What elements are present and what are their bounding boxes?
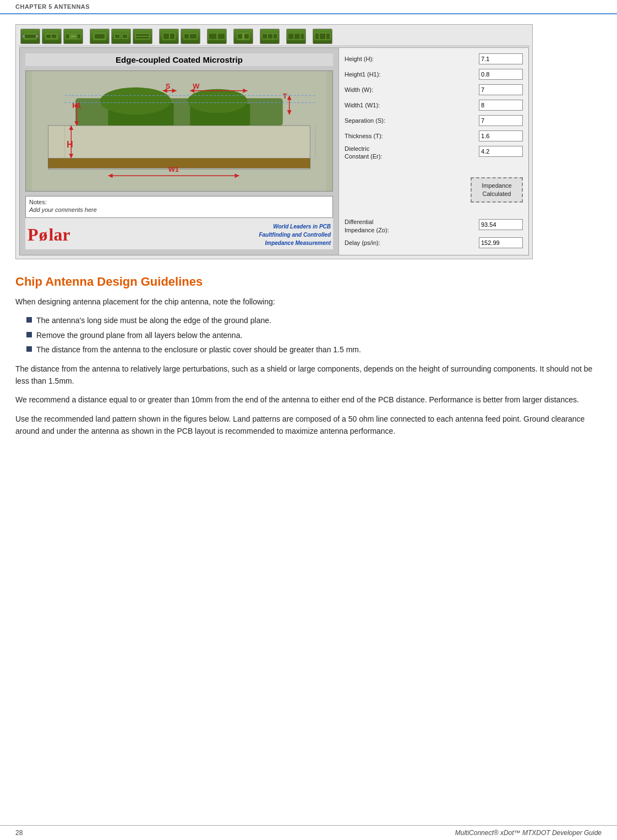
bullet-text-1: The antenna's long side must be along th…	[36, 314, 271, 326]
param-spacer-2	[345, 207, 523, 217]
toolbar-sep-3	[202, 29, 205, 44]
toolbar-sep-2	[154, 29, 157, 44]
chapter-title: CHAPTER 5 ANTENNAS	[15, 3, 90, 10]
toolbar-icon-13[interactable]	[313, 29, 332, 44]
bullet-icon-1	[26, 317, 32, 323]
param-row-impedance-zo: DifferentialImpedance (Zo):	[345, 218, 523, 234]
toolbar-icon-9[interactable]	[207, 29, 227, 44]
svg-point-52	[187, 89, 247, 113]
svg-rect-1	[25, 35, 36, 38]
svg-rect-35	[268, 34, 272, 39]
footer-title: MultiConnect® xDot™ MTXDOT Developer Gui…	[455, 829, 602, 837]
svg-rect-42	[315, 34, 330, 39]
param-label-separation: Separation (S):	[345, 117, 479, 124]
calc-params: Height (H): Height1 (H1): Width (W): Wid…	[339, 48, 528, 255]
toolbar-icon-1[interactable]	[20, 29, 40, 44]
para-1: The distance from the antenna to relativ…	[15, 363, 602, 388]
bullet-icon-2	[26, 332, 32, 337]
bullet-icon-3	[26, 346, 32, 352]
param-label-height1: Height1 (H1):	[345, 71, 479, 78]
param-row-height: Height (H):	[345, 52, 523, 66]
toolbar-icon-12[interactable]	[286, 29, 306, 44]
toolbar-sep-5	[255, 29, 258, 44]
svg-text:W1: W1	[168, 165, 179, 173]
param-input-impedance-zo[interactable]	[479, 219, 523, 230]
param-input-height1[interactable]	[479, 69, 523, 80]
param-input-separation[interactable]	[479, 115, 523, 126]
param-label-width1: Width1 (W1):	[345, 102, 479, 108]
toolbar-icon-7[interactable]	[159, 29, 179, 44]
param-input-thickness[interactable]	[479, 130, 523, 141]
svg-rect-15	[115, 35, 119, 38]
param-input-dielectric[interactable]	[479, 146, 523, 157]
chapter-header: CHAPTER 5 ANTENNAS	[0, 0, 617, 14]
toolbar-sep-1	[85, 29, 88, 44]
svg-rect-34	[263, 34, 267, 39]
svg-rect-39	[294, 34, 299, 39]
diagram-title: Edge-coupled Coated Microstrip	[25, 53, 333, 66]
svg-rect-27	[209, 34, 216, 39]
toolbar-icon-3[interactable]	[63, 29, 83, 44]
svg-rect-2	[23, 35, 25, 37]
section-heading: Chip Antenna Design Guidelines	[15, 275, 602, 289]
svg-rect-9	[71, 36, 75, 37]
para-3: Use the recommended land pattern shown i…	[15, 413, 602, 438]
toolbar-icon-8[interactable]	[181, 29, 200, 44]
svg-rect-40	[301, 34, 304, 39]
svg-rect-22	[170, 34, 174, 39]
bullet-item-3: The distance from the antenna to the enc…	[26, 343, 602, 356]
svg-rect-47	[48, 159, 310, 168]
impedance-calculated-button[interactable]: Impedance Calculated	[471, 177, 523, 203]
param-input-width1[interactable]	[479, 100, 523, 111]
main-content: Edge-coupled Coated Microstrip	[0, 14, 617, 466]
param-label-width: Width (W):	[345, 86, 479, 93]
svg-rect-16	[123, 35, 127, 38]
svg-rect-38	[288, 34, 293, 39]
param-label-delay: Delay (ps/in):	[345, 239, 479, 246]
notes-area: Notes: Add your comments here	[25, 196, 333, 218]
param-row-dielectric: DielectricConstant (Er):	[345, 145, 523, 161]
param-row-separation: Separation (S):	[345, 114, 523, 127]
param-label-thickness: Thickness (T):	[345, 133, 479, 139]
svg-text:S: S	[166, 82, 171, 90]
calc-inner: Edge-coupled Coated Microstrip	[19, 47, 529, 255]
param-input-height[interactable]	[479, 53, 523, 64]
svg-text:H: H	[67, 140, 73, 149]
toolbar-icon-5[interactable]	[111, 29, 131, 44]
toolbar-icon-11[interactable]	[260, 29, 280, 44]
bullet-text-2: Remove the ground plane from all layers …	[36, 329, 242, 341]
toolbar-icon-6[interactable]	[133, 29, 152, 44]
toolbar-icon-10[interactable]	[233, 29, 253, 44]
bullet-item-1: The antenna's long side must be along th…	[26, 314, 602, 326]
toolbar-sep-7	[308, 29, 311, 44]
polar-logo: P ø lar	[28, 225, 70, 245]
footer: 28 MultiConnect® xDot™ MTXDOT Developer …	[0, 825, 617, 840]
bullet-item-2: Remove the ground plane from all layers …	[26, 329, 602, 341]
param-input-delay[interactable]	[479, 237, 523, 248]
notes-text[interactable]: Add your comments here	[29, 206, 329, 213]
calc-diagram: Edge-coupled Coated Microstrip	[20, 48, 339, 255]
toolbar-icon-2[interactable]	[42, 29, 62, 44]
param-label-impedance-zo: DifferentialImpedance (Zo):	[345, 218, 479, 234]
svg-rect-5	[46, 35, 51, 38]
svg-rect-24	[184, 34, 189, 39]
footer-page: 28	[15, 829, 23, 837]
notes-label: Notes:	[29, 199, 329, 205]
bullet-list: The antenna's long side must be along th…	[26, 314, 602, 356]
calculator-widget: Edge-coupled Coated Microstrip	[15, 24, 533, 259]
svg-rect-36	[274, 34, 277, 39]
svg-rect-31	[238, 34, 242, 39]
param-input-width[interactable]	[479, 84, 523, 95]
param-row-height1: Height1 (H1):	[345, 68, 523, 81]
svg-text:T: T	[283, 92, 287, 100]
param-row-delay: Delay (ps/in):	[345, 236, 523, 249]
diagram-image: H1 S W	[25, 70, 333, 192]
svg-rect-21	[163, 34, 169, 39]
toolbar-icon-4[interactable]	[90, 29, 110, 44]
param-label-dielectric: DielectricConstant (Er):	[345, 145, 479, 161]
svg-rect-8	[66, 34, 69, 39]
param-label-height: Height (H):	[345, 56, 479, 62]
svg-point-51	[100, 88, 171, 115]
param-row-width1: Width1 (W1):	[345, 99, 523, 112]
svg-rect-28	[218, 34, 225, 39]
